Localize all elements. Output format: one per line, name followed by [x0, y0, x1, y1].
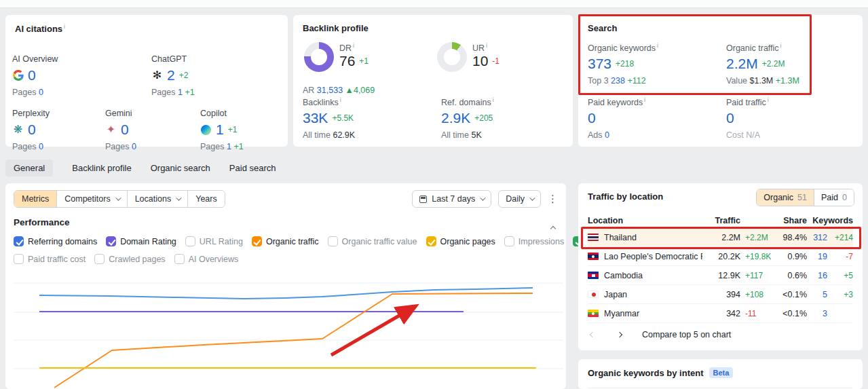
checkbox-paid-traffic-cost[interactable]: Paid traffic cost: [14, 254, 86, 264]
checkbox-icon: [14, 254, 24, 264]
organic-keywords-value[interactable]: 373: [588, 56, 611, 72]
metric-checkbox-row-1: Referring domains Domain Rating URL Rati…: [14, 236, 627, 246]
compare-top5-link[interactable]: Compare top 5 on chart: [642, 330, 731, 339]
info-icon: i: [486, 42, 487, 49]
ur-metric: URi 10-1: [472, 42, 499, 69]
backlinks-metric: Backlinksi 33K+5.5K All time 62.9K: [303, 96, 355, 140]
beta-badge: Beta: [709, 367, 734, 378]
chevron-right-icon: [617, 332, 622, 337]
info-icon: i: [340, 96, 341, 103]
checkbox-icon: [106, 236, 116, 246]
checkbox-organic-traffic[interactable]: Organic traffic: [252, 236, 319, 246]
search-card: Search Organic keywordsi 373+218 Top 3 2…: [578, 15, 863, 147]
chatgpt-value: 2: [167, 67, 175, 84]
table-row-laos[interactable]: Lao People's Democratic Reput 20.2K +19.…: [588, 247, 853, 266]
paid-traffic-value: 0: [726, 110, 734, 126]
table-row-cambodia[interactable]: Cambodia 12.9K +117 0.6% 16 +5: [588, 266, 853, 285]
checkbox-ai-overviews[interactable]: AI Overviews: [174, 254, 239, 264]
date-range-button[interactable]: Last 7 days: [412, 190, 491, 208]
checkbox-organic-traffic-value[interactable]: Organic traffic value: [328, 236, 417, 246]
info-icon: i: [780, 42, 782, 49]
location-table-rows: Thailand 2.2M +2.2M 98.4% 312 +214 Lao P…: [588, 228, 853, 323]
tab-general[interactable]: General: [5, 160, 53, 177]
next-page-button[interactable]: [615, 330, 624, 339]
cambodia-flag: [588, 272, 599, 279]
backlink-profile-card: Backlink profile DRi 76+1 AR 31,533 ▲4,0…: [293, 15, 573, 147]
table-row-myanmar[interactable]: Myanmar 342 -11 <0.1% 3: [588, 304, 853, 323]
filter-competitors[interactable]: Competitors: [56, 191, 126, 207]
metric-chatgpt: ChatGPT ✻ 2 +2 Pages 1 +1: [151, 54, 280, 97]
laos-flag: [588, 253, 599, 260]
perplexity-icon: ❋: [12, 124, 24, 136]
prev-page-button[interactable]: [588, 330, 597, 339]
organic-paid-toggle: Organic51 Paid0: [756, 189, 854, 206]
calendar-icon: [419, 196, 427, 203]
performance-heading: Performance: [14, 217, 70, 227]
traffic-by-location-title: Traffic by location: [588, 191, 663, 202]
filter-bar: Metrics Competitors Locations Years: [14, 190, 225, 208]
dr-metric: DRi 76+1: [339, 42, 369, 69]
ref-domains-metric: Ref. domainsi 2.9K+205 All time 5K: [441, 96, 494, 140]
checkbox-domain-rating[interactable]: Domain Rating: [106, 236, 176, 246]
ai-overview-value: 0: [28, 67, 36, 84]
chevron-left-icon: [590, 332, 595, 337]
checkbox-icon: [252, 236, 262, 246]
checkbox-crawled-pages[interactable]: Crawled pages: [94, 254, 165, 264]
organic-traffic-value[interactable]: 2.2M: [726, 56, 758, 72]
keywords-by-intent-card: Organic keywords by intentBeta: [578, 359, 863, 389]
chart-controls: Last 7 days Daily ⋮: [412, 190, 558, 208]
google-icon: [12, 70, 24, 81]
checkbox-impressions[interactable]: Impressions: [504, 236, 564, 246]
checkbox-icon: [504, 236, 514, 246]
performance-line-chart[interactable]: [14, 269, 563, 389]
info-icon: i: [493, 96, 494, 103]
metric-checkbox-row-2: Paid traffic cost Crawled pages AI Overv…: [14, 254, 238, 264]
paid-keywords-value: 0: [588, 110, 596, 126]
granularity-button[interactable]: Daily: [498, 190, 541, 208]
metric-copilot: Copilot 1 +1 Pages 1 +1: [200, 109, 285, 151]
metric-ai-overview: AI Overview 0 Pages 0: [12, 54, 141, 97]
chevron-down-icon: [115, 195, 121, 200]
checkbox-url-rating[interactable]: URL Rating: [185, 236, 243, 246]
traffic-by-location-card: Traffic by location Organic51 Paid0 Loca…: [578, 183, 863, 350]
ar-line: AR 31,533 ▲4,069: [303, 86, 375, 95]
ur-value: 10: [472, 53, 488, 69]
kebab-menu-icon[interactable]: ⋮: [548, 193, 558, 205]
table-row-thailand[interactable]: Thailand 2.2M +2.2M 98.4% 312 +214: [588, 228, 853, 247]
checkbox-icon: [174, 254, 185, 264]
filter-segments: Metrics Competitors Locations Years: [14, 190, 225, 208]
paid-traffic-metric: Paid traffici 0 Cost N/A: [726, 96, 769, 140]
info-icon: i: [768, 96, 769, 103]
paid-keywords-metric: Paid keywordsi 0 Ads 0: [588, 96, 645, 140]
collapse-section-button[interactable]: [551, 221, 555, 234]
filter-locations[interactable]: Locations: [127, 191, 188, 207]
filter-years[interactable]: Years: [187, 191, 225, 207]
info-icon: i: [644, 96, 645, 103]
tab-backlink-profile[interactable]: Backlink profile: [72, 163, 131, 173]
performance-card: Metrics Competitors Locations Years Last…: [5, 183, 566, 389]
info-icon: i: [657, 42, 658, 49]
metric-gemini: Gemini ✦ 0 Pages 0: [105, 109, 193, 151]
tab-paid-search[interactable]: Paid search: [229, 163, 276, 173]
tab-organic-search[interactable]: Organic search: [151, 163, 210, 173]
backlinks-value[interactable]: 33K: [303, 110, 328, 126]
chevron-up-icon: [550, 226, 556, 231]
ur-donut: [437, 42, 467, 72]
divider: [588, 388, 853, 388]
overview-dashboard: AI citationsi AI Overview 0 Pages 0 Chat…: [0, 0, 868, 389]
checkbox-icon: [94, 254, 105, 264]
search-title: Search: [588, 23, 617, 33]
myanmar-flag: [588, 310, 599, 317]
checkbox-referring-domains[interactable]: Referring domains: [14, 236, 97, 246]
toggle-organic[interactable]: Organic51: [757, 189, 814, 206]
checkbox-organic-pages[interactable]: Organic pages: [426, 236, 495, 246]
toggle-paid[interactable]: Paid0: [814, 189, 854, 206]
ai-citations-title: AI citationsi: [15, 23, 65, 34]
chevron-down-icon: [529, 195, 535, 200]
table-row-japan[interactable]: Japan 394 +108 <0.1% 5 +3: [588, 285, 853, 304]
location-table-header: Location Traffic Share Keywords: [588, 213, 853, 228]
copilot-value: 1: [216, 122, 224, 138]
chatgpt-icon: ✻: [151, 70, 163, 81]
ref-domains-value[interactable]: 2.9K: [441, 110, 470, 126]
filter-metrics[interactable]: Metrics: [14, 191, 56, 207]
